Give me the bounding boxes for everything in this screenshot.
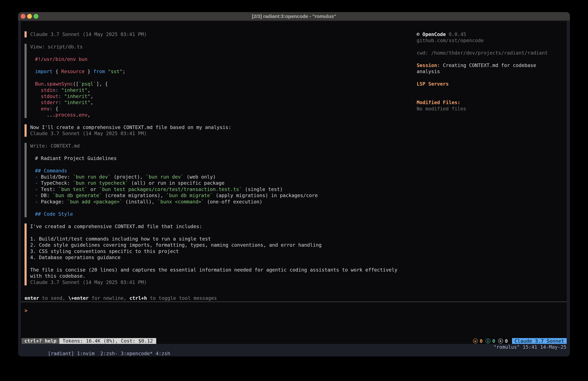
text-line: I've created a comprehensive CONTEXT.md …	[30, 224, 409, 230]
text-line: #!/usr/bin/env bun	[30, 56, 409, 62]
diagnostic-i-icon: i	[485, 338, 490, 343]
status-bar-right: w0i0h0 Claude 3.7 Sonnet	[473, 338, 567, 344]
opencode-app: Claude 3.7 Sonnet (14 May 2025 03:41 PM)…	[21, 21, 567, 344]
tmux-window-item[interactable]: 1:nvim	[77, 351, 97, 356]
blank-line	[417, 87, 568, 93]
blank-line	[30, 50, 409, 56]
text-line: - DB: `bun db generate` (create migratio…	[30, 192, 409, 199]
model-badge[interactable]: Claude 3.7 Sonnet	[512, 338, 567, 344]
text-line: View: script/db.ts	[30, 44, 409, 50]
text-line: # Radiant Project Guidelines	[30, 155, 409, 161]
diagnostics-summary: w0i0h0	[473, 338, 508, 344]
tmux-window-item[interactable]: 2:zsh-	[100, 351, 118, 356]
text-line: env: {	[30, 106, 409, 112]
diagnostic-count: 0	[492, 338, 495, 344]
help-shortcut-chip: ctrl+? help	[21, 338, 59, 344]
blank-line	[30, 261, 409, 267]
keybinding-hint: enter to send, \+enter for newline, ctrl…	[24, 295, 217, 301]
text-line: Session: Creating CONTEXT.md for codebas…	[417, 62, 568, 68]
tool-view-block: View: script/db.ts#!/usr/bin/env bunimpo…	[24, 44, 409, 118]
tmux-windows: 1:nvim 2:zsh-3:opencode*4:zsh	[77, 351, 173, 356]
terminal-content: Claude 3.7 Sonnet (14 May 2025 03:41 PM)…	[18, 21, 570, 357]
text-line: - Package: `bun add <package>` (install)…	[30, 199, 409, 205]
desktop: { "window": { "title": "[2/3] radiant:3:…	[0, 0, 588, 381]
assistant-message-block: Now I'll create a comprehensive CONTEXT.…	[24, 124, 409, 137]
blank-line	[417, 44, 568, 50]
session-info-panel: © OpenCode 0.0.45github.com/sst/opencode…	[417, 31, 568, 112]
text-line: - TypeCheck: `bun run typecheck` (all) o…	[30, 180, 409, 186]
diagnostic-h-item: h0	[498, 338, 508, 344]
tmux-clock: "romulus" 15:41 14-May-25	[493, 344, 566, 350]
diagnostic-h-icon: h	[498, 338, 503, 343]
text-line: cwd: /home/thdxr/dev/projects/radiant/ra…	[417, 50, 568, 56]
blank-line	[417, 93, 568, 99]
diagnostic-i-item: i0	[485, 338, 495, 344]
zoom-button[interactable]	[34, 14, 38, 19]
tmux-status-bar: [radiant] 1:nvim 2:zsh-3:opencode*4:zsh …	[18, 344, 570, 357]
close-button[interactable]	[21, 14, 25, 19]
text-line: import { Resource } from "sst";	[30, 68, 409, 75]
token-usage-chip: Tokens: 16.4K (8%), Cost: $0.12	[59, 338, 156, 344]
text-line: Bun.spawnSync([`psql`], {	[30, 81, 409, 87]
blank-line	[30, 62, 409, 68]
diagnostic-count: 0	[480, 338, 483, 344]
tool-write-block: Write: CONTEXT.md# Radiant Project Guide…	[24, 143, 409, 217]
traffic-lights	[21, 14, 38, 19]
status-bar: ctrl+? help Tokens: 16.4K (8%), Cost: $0…	[21, 338, 567, 344]
text-line: LSP Servers	[417, 81, 568, 87]
text-line: ...process.env,	[30, 112, 409, 118]
blank-line	[30, 149, 409, 155]
tmux-window-item[interactable]: 3:opencode*	[121, 351, 153, 356]
blank-line	[30, 230, 409, 236]
text-line: ## Code Style	[30, 211, 409, 217]
diagnostic-w-item: w0	[473, 338, 483, 344]
text-line: 2. Code style guidelines covering import…	[30, 242, 409, 248]
editor-divider	[21, 302, 567, 302]
terminal-window: [2/3] radiant:3:opencode - "romulus" Cla…	[18, 12, 570, 357]
text-line: © OpenCode 0.0.45	[417, 31, 568, 37]
text-line: - Test: `bun test` or `bun test packages…	[30, 186, 409, 192]
chat-transcript: Claude 3.7 Sonnet (14 May 2025 03:41 PM)…	[24, 31, 409, 291]
text-line: 4. Database operations guidance	[30, 254, 409, 261]
window-titlebar: [2/3] radiant:3:opencode - "romulus"	[18, 12, 570, 21]
text-line: Now I'll create a comprehensive CONTEXT.…	[30, 124, 409, 131]
assistant-meta-block: Claude 3.7 Sonnet (14 May 2025 03:41 PM)	[24, 31, 409, 37]
text-line: 1. Build/lint/test commands including ho…	[30, 236, 409, 242]
text-line: 3. CSS styling conventions specific to t…	[30, 248, 409, 254]
text-line: Claude 3.7 Sonnet (14 May 2025 03:41 PM)	[30, 131, 409, 136]
tmux-left: [radiant] 1:nvim 2:zsh-3:opencode*4:zsh	[24, 344, 173, 350]
text-line: stdout: "inherit",	[30, 93, 409, 99]
tmux-session-name: [radiant]	[48, 351, 77, 356]
minimize-button[interactable]	[27, 14, 32, 19]
blank-line	[417, 56, 568, 62]
blank-line	[30, 75, 409, 81]
blank-line	[417, 75, 568, 81]
message-input[interactable]: >	[21, 303, 567, 337]
text-line: analysis	[417, 68, 568, 75]
text-line: The file is concise (20 lines) and captu…	[30, 267, 409, 273]
text-line: ## Commands	[30, 168, 409, 174]
blank-line	[30, 205, 409, 211]
text-line: github.com/sst/opencode	[417, 37, 568, 44]
text-line: Claude 3.7 Sonnet (14 May 2025 03:41 PM)	[30, 31, 409, 37]
text-line: with this codebase.	[30, 273, 409, 279]
text-line: stdin: "inherit",	[30, 87, 409, 93]
text-line: - Build/Dev: `bun run dev` (project), `b…	[30, 174, 409, 180]
text-line: Claude 3.7 Sonnet (14 May 2025 03:41 PM)	[30, 279, 409, 285]
diagnostic-w-icon: w	[473, 338, 478, 343]
text-line: Write: CONTEXT.md	[30, 143, 409, 149]
blank-line	[30, 161, 409, 168]
assistant-summary-block: I've created a comprehensive CONTEXT.md …	[24, 224, 409, 285]
prompt-chevron-icon: >	[24, 308, 27, 314]
diagnostic-count: 0	[505, 338, 508, 344]
window-title: [2/3] radiant:3:opencode - "romulus"	[18, 14, 570, 19]
text-line: Modified Files:	[417, 99, 568, 106]
tmux-window-item[interactable]: 4:zsh	[156, 351, 170, 356]
text-line: No modified files	[417, 106, 568, 112]
text-line: stderr: "inherit",	[30, 99, 409, 106]
